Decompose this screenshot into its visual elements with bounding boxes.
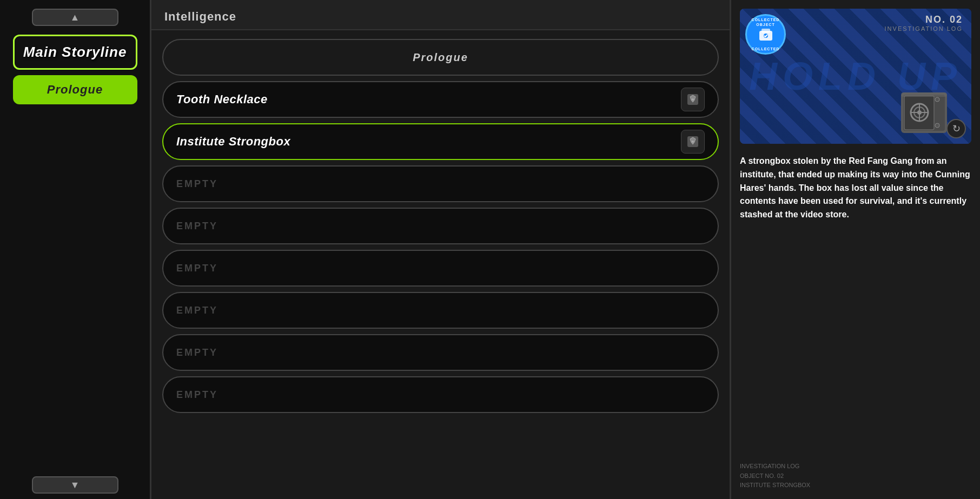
scroll-up-button[interactable]: ▲ (32, 9, 118, 26)
main-storyline-box: Main Storyline (13, 35, 137, 70)
empty-label-4: EMPTY (176, 305, 218, 316)
tooth-necklace-icon (681, 88, 705, 111)
footer-line-1: INVESTIGATION LOG (740, 462, 971, 471)
list-item-empty-4[interactable]: EMPTY (162, 292, 719, 329)
badge-top-text: COLLECTEDOBJECT (752, 17, 780, 27)
institute-strongbox-label: Institute Strongbox (176, 135, 290, 149)
card-description: A strongbox stolen by the Red Fang Gang … (740, 152, 971, 455)
svg-point-3 (692, 141, 694, 143)
svg-point-16 (935, 123, 939, 128)
prologue-header-label: Prologue (413, 51, 468, 64)
main-content: Intelligence Prologue Tooth Necklace Ins… (151, 0, 731, 499)
empty-label-5: EMPTY (176, 347, 218, 358)
sidebar-scroll-up-area: ▲ (6, 5, 143, 29)
list-item-empty-5[interactable]: EMPTY (162, 334, 719, 371)
card-container: HOLD UP COLLECTEDOBJECT COLLECTED NO. 02… (740, 9, 971, 144)
card-footer: INVESTIGATION LOG OBJECT NO. 02 INSTITUT… (740, 462, 971, 490)
svg-point-15 (935, 97, 939, 102)
list-item-empty-2[interactable]: EMPTY (162, 208, 719, 244)
intelligence-header: Intelligence (151, 0, 730, 30)
footer-line-3: INSTITUTE STRONGBOX (740, 481, 971, 490)
scroll-down-button[interactable]: ▼ (32, 476, 118, 494)
badge-bottom-text: COLLECTED (752, 46, 780, 51)
prologue-button[interactable]: Prologue (13, 75, 137, 104)
card-type-label: INVESTIGATION LOG (885, 25, 963, 32)
empty-label-1: EMPTY (176, 178, 218, 190)
svg-rect-5 (762, 29, 770, 33)
list-item-empty-3[interactable]: EMPTY (162, 250, 719, 287)
items-list: Prologue Tooth Necklace Institute Strong… (151, 30, 730, 499)
empty-label-2: EMPTY (176, 221, 218, 232)
card-number: NO. 02 (885, 14, 963, 25)
refresh-button[interactable]: ↻ (946, 119, 966, 138)
badge-icon (758, 28, 773, 46)
empty-label-6: EMPTY (176, 389, 218, 401)
svg-rect-17 (901, 92, 947, 97)
list-item-institute-strongbox[interactable]: Institute Strongbox (162, 123, 719, 160)
institute-strongbox-icon (681, 130, 705, 154)
footer-line-2: OBJECT NO. 02 (740, 471, 971, 481)
collected-badge: COLLECTEDOBJECT COLLECTED (745, 14, 786, 55)
sidebar: ▲ Main Storyline Prologue ▼ (0, 0, 151, 499)
empty-label-3: EMPTY (176, 263, 218, 274)
list-item-empty-1[interactable]: EMPTY (162, 165, 719, 202)
prologue-header-row[interactable]: Prologue (162, 39, 719, 76)
right-panel: HOLD UP COLLECTEDOBJECT COLLECTED NO. 02… (731, 0, 980, 499)
main-storyline-label: Main Storyline (23, 44, 127, 61)
svg-point-1 (692, 98, 694, 101)
card-number-area: NO. 02 INVESTIGATION LOG (885, 14, 963, 32)
tooth-necklace-label: Tooth Necklace (176, 92, 268, 107)
list-item-empty-6[interactable]: EMPTY (162, 376, 719, 413)
list-item-tooth-necklace[interactable]: Tooth Necklace (162, 81, 719, 118)
